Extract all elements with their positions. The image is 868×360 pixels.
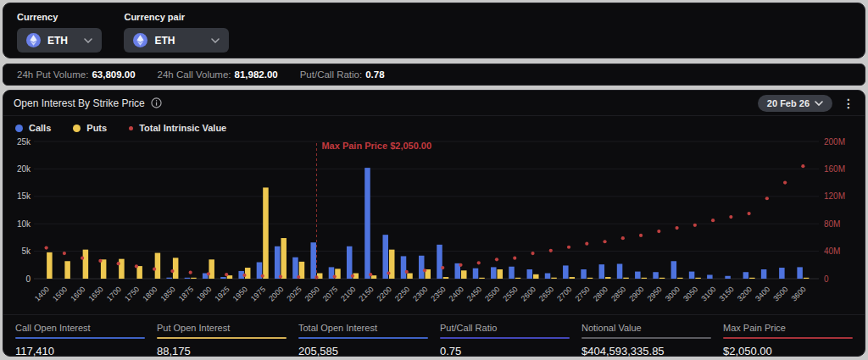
legend-item-puts[interactable]: Puts bbox=[73, 123, 107, 133]
svg-text:1975: 1975 bbox=[249, 285, 267, 302]
svg-text:2900: 2900 bbox=[627, 285, 645, 302]
summary-stat-value: $2,050.00 bbox=[723, 345, 853, 357]
legend-item-calls[interactable]: Calls bbox=[15, 123, 51, 133]
svg-text:2550: 2550 bbox=[501, 285, 519, 302]
svg-text:2250: 2250 bbox=[393, 285, 411, 302]
svg-text:2200: 2200 bbox=[376, 285, 393, 302]
svg-text:1600: 1600 bbox=[69, 285, 86, 302]
summary-stat-label: Max Pain Price bbox=[723, 323, 853, 333]
svg-text:3000: 3000 bbox=[664, 285, 682, 302]
summary-stat: Put Open Interest88,175 bbox=[157, 323, 287, 357]
svg-text:0: 0 bbox=[25, 274, 31, 284]
intrinsic-dot-icon bbox=[129, 126, 133, 130]
svg-text:200M: 200M bbox=[824, 137, 845, 147]
svg-text:Max Pain Price $2,050.00: Max Pain Price $2,050.00 bbox=[321, 141, 431, 151]
svg-text:2700: 2700 bbox=[555, 285, 573, 302]
svg-text:3200: 3200 bbox=[736, 285, 754, 302]
eth-coin-icon bbox=[133, 33, 147, 47]
svg-text:1750: 1750 bbox=[123, 285, 141, 302]
svg-text:2850: 2850 bbox=[609, 285, 627, 302]
svg-text:2300: 2300 bbox=[411, 285, 429, 302]
summary-stat: Put/Call Ratio0.75 bbox=[440, 323, 570, 357]
svg-text:15k: 15k bbox=[17, 191, 31, 201]
currency-pair-select-value: ETH bbox=[154, 35, 204, 47]
svg-text:25k: 25k bbox=[17, 137, 31, 147]
chevron-down-icon bbox=[211, 38, 220, 43]
daily-volume-bar: 24h Put Volume:63,809.00 24h Call Volume… bbox=[3, 64, 865, 86]
call-volume-stat: 24h Call Volume:81,982.00 bbox=[158, 69, 278, 80]
stat-underline bbox=[157, 337, 287, 339]
svg-text:1875: 1875 bbox=[177, 285, 195, 302]
svg-text:10k: 10k bbox=[17, 219, 31, 229]
svg-text:1800: 1800 bbox=[141, 285, 159, 302]
legend-item-intrinsic[interactable]: Total Intrinsic Value bbox=[129, 123, 226, 133]
svg-text:2100: 2100 bbox=[339, 285, 357, 302]
calls-dot-icon bbox=[15, 125, 23, 132]
chart-title: Open Interest By Strike Price bbox=[14, 97, 145, 109]
currency-select[interactable]: ETH bbox=[17, 28, 102, 53]
currency-select-value: ETH bbox=[47, 35, 77, 47]
put-call-ratio-stat: Put/Call Ratio:0.78 bbox=[300, 69, 385, 80]
svg-text:2750: 2750 bbox=[573, 285, 591, 302]
kebab-menu-icon[interactable]: ⋮ bbox=[843, 97, 854, 109]
svg-text:3100: 3100 bbox=[699, 285, 717, 302]
svg-text:2075: 2075 bbox=[321, 285, 339, 302]
eth-coin-icon bbox=[26, 33, 41, 47]
puts-dot-icon bbox=[73, 125, 81, 132]
svg-text:160M: 160M bbox=[824, 164, 845, 174]
summary-stat-value: 88,175 bbox=[157, 345, 287, 357]
open-interest-panel: Open Interest By Strike Price 20 Feb 26 … bbox=[3, 90, 865, 357]
chart-legend: Calls Puts Total Intrinsic Value bbox=[3, 116, 865, 135]
summary-stat-label: Notional Value bbox=[581, 323, 711, 333]
svg-text:2000: 2000 bbox=[267, 285, 285, 302]
svg-text:20k: 20k bbox=[17, 164, 31, 174]
svg-text:2050: 2050 bbox=[303, 285, 321, 302]
stat-underline bbox=[298, 337, 428, 339]
svg-text:1850: 1850 bbox=[159, 285, 177, 302]
summary-stat-value: $404,593,335.85 bbox=[581, 345, 711, 357]
svg-text:5k: 5k bbox=[21, 246, 31, 256]
chart-header: Open Interest By Strike Price 20 Feb 26 … bbox=[3, 91, 865, 116]
open-interest-chart[interactable]: 005k40M10k80M15k120M20k160M25k200M140015… bbox=[8, 136, 861, 311]
stat-underline bbox=[581, 337, 711, 339]
stat-underline bbox=[15, 337, 145, 339]
svg-text:0: 0 bbox=[824, 274, 829, 284]
svg-text:2400: 2400 bbox=[448, 285, 465, 302]
svg-text:1950: 1950 bbox=[231, 285, 249, 302]
summary-stat: Max Pain Price$2,050.00 bbox=[723, 323, 853, 357]
stat-underline bbox=[440, 337, 570, 339]
svg-text:1700: 1700 bbox=[105, 285, 123, 302]
svg-text:1925: 1925 bbox=[213, 285, 231, 302]
svg-text:3050: 3050 bbox=[682, 285, 699, 302]
svg-text:2600: 2600 bbox=[520, 285, 537, 302]
summary-stat: Total Open Interest205,585 bbox=[298, 323, 428, 357]
chevron-down-icon bbox=[815, 101, 823, 106]
put-volume-stat: 24h Put Volume:63,809.00 bbox=[17, 69, 136, 80]
summary-stat-value: 0.75 bbox=[440, 345, 570, 357]
svg-text:120M: 120M bbox=[824, 191, 845, 201]
summary-stats-row: Call Open Interest117,410Put Open Intere… bbox=[3, 314, 865, 357]
summary-stat-label: Put Open Interest bbox=[157, 323, 287, 333]
svg-text:1900: 1900 bbox=[195, 285, 213, 302]
currency-pair-label: Currency pair bbox=[124, 12, 229, 22]
svg-text:1500: 1500 bbox=[51, 285, 69, 302]
svg-text:2450: 2450 bbox=[465, 285, 483, 302]
stat-underline bbox=[723, 337, 853, 339]
currency-pair-select[interactable]: ETH bbox=[124, 28, 229, 53]
info-icon[interactable] bbox=[151, 97, 162, 108]
chart-plot-area[interactable]: 005k40M10k80M15k120M20k160M25k200M140015… bbox=[3, 135, 865, 314]
svg-text:80M: 80M bbox=[824, 219, 840, 229]
expiry-date-select[interactable]: 20 Feb 26 bbox=[758, 95, 832, 112]
currency-controls-panel: Currency ETH Currency pair ETH bbox=[3, 3, 865, 58]
currency-label: Currency bbox=[17, 12, 102, 22]
expiry-date-value: 20 Feb 26 bbox=[767, 98, 810, 108]
summary-stat-value: 205,585 bbox=[298, 345, 428, 357]
summary-stat-label: Total Open Interest bbox=[298, 323, 428, 333]
svg-text:2025: 2025 bbox=[285, 285, 303, 302]
svg-text:2650: 2650 bbox=[537, 285, 555, 302]
svg-text:2500: 2500 bbox=[483, 285, 501, 302]
chevron-down-icon bbox=[84, 38, 92, 43]
svg-text:1400: 1400 bbox=[33, 285, 51, 302]
svg-text:1650: 1650 bbox=[87, 285, 105, 302]
svg-text:2150: 2150 bbox=[357, 285, 375, 302]
